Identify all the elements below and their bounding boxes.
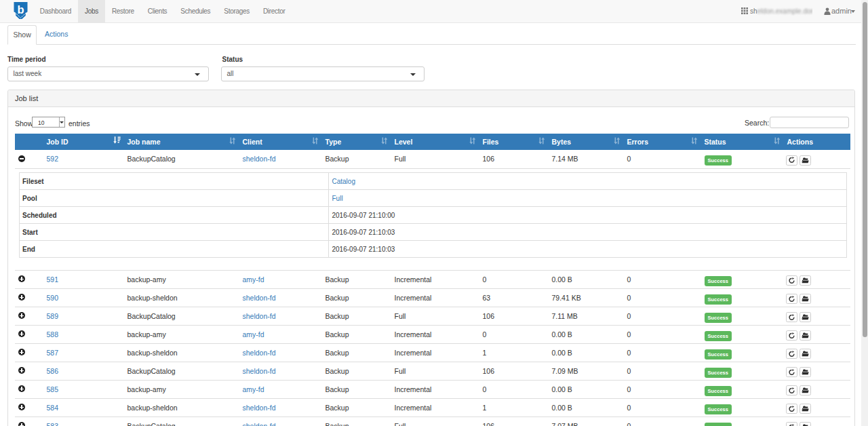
- svg-text:b: b: [17, 3, 24, 16]
